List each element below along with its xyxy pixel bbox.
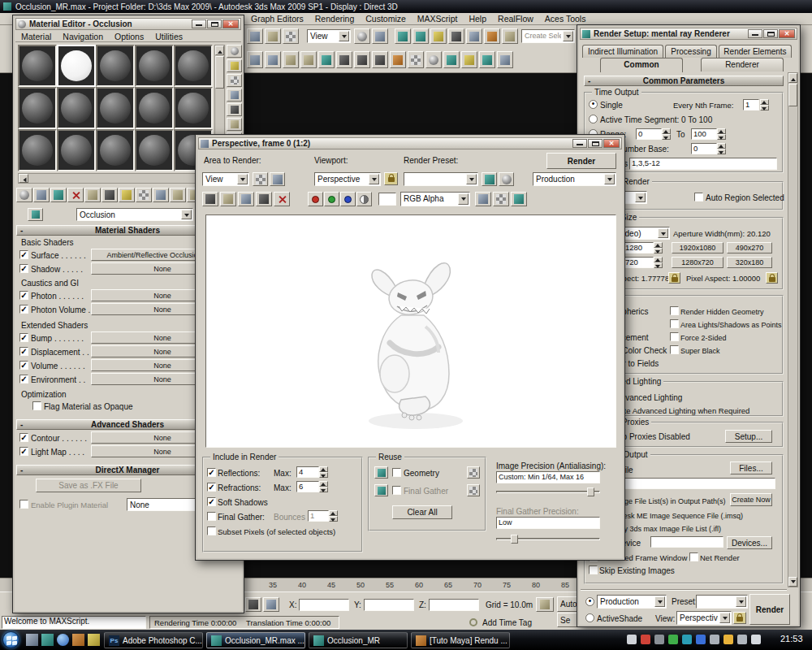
minimize-button[interactable]	[748, 29, 762, 38]
close-button[interactable]: ✕	[779, 29, 795, 38]
refractions-max-field[interactable]: 6	[296, 481, 319, 492]
snap-toggle-icon[interactable]	[395, 28, 411, 44]
refractions-max-spinner[interactable]	[319, 481, 328, 492]
get-material-icon[interactable]	[16, 188, 32, 202]
menu-graph-editors[interactable]: Graph Editors	[245, 13, 309, 24]
chevron-down-icon[interactable]	[466, 174, 477, 184]
go-to-parent-icon[interactable]	[170, 188, 186, 202]
volume-checkbox[interactable]: ✓	[19, 361, 28, 370]
area-to-render-dropdown[interactable]: View	[202, 172, 249, 186]
align-icon[interactable]	[484, 28, 500, 44]
close-button[interactable]: ✕	[222, 20, 239, 28]
device-field[interactable]	[650, 536, 723, 548]
chevron-down-icon[interactable]	[339, 31, 349, 41]
flag-opaque-checkbox[interactable]	[32, 401, 41, 410]
final-gather-checkbox[interactable]	[207, 512, 216, 521]
maximize-button[interactable]	[763, 29, 778, 38]
range-to-field[interactable]: 100	[691, 128, 717, 140]
edit-region-icon[interactable]	[253, 172, 268, 186]
range-to-spinner[interactable]	[717, 128, 726, 140]
preset-320x180-button[interactable]: 320x180	[727, 257, 772, 268]
file-number-base-field[interactable]: 0	[691, 143, 717, 154]
auto-region-icon[interactable]	[270, 172, 285, 186]
reuse-geometry-file-icon[interactable]	[467, 466, 480, 479]
menu-help[interactable]: Help	[463, 13, 492, 24]
width-spinner[interactable]	[654, 242, 663, 254]
z-coord-field[interactable]	[429, 599, 479, 611]
render-preset-dropdown[interactable]	[404, 172, 478, 186]
rendered-frame-titlebar[interactable]: Perspective, frame 0 (1:2) ✕	[198, 137, 622, 150]
minimize-button[interactable]	[572, 139, 587, 148]
surface-checkbox[interactable]: ✓	[19, 250, 28, 259]
undo-icon[interactable]	[247, 51, 263, 68]
material-slot[interactable]	[18, 87, 57, 129]
network-icon[interactable]	[737, 635, 747, 644]
green-channel-toggle[interactable]	[324, 192, 339, 206]
video-color-check-icon[interactable]	[227, 103, 242, 116]
photon-checkbox[interactable]: ✓	[19, 291, 28, 300]
viewport-lock-icon[interactable]	[384, 172, 398, 185]
scroll-left-icon[interactable]	[19, 174, 28, 183]
clear-image-icon[interactable]	[274, 192, 290, 206]
menu-customize[interactable]: Customize	[360, 13, 412, 24]
quick-render-icon[interactable]	[479, 51, 495, 68]
chevron-down-icon[interactable]	[369, 174, 379, 184]
switch-windows-icon[interactable]	[41, 634, 54, 646]
material-slot[interactable]	[135, 87, 174, 129]
channel-display-dropdown[interactable]: RGB Alpha	[400, 192, 470, 206]
tab-indirect-illumination[interactable]: Indirect Illumination	[582, 45, 663, 58]
reflections-max-field[interactable]: 4	[296, 466, 319, 478]
production-radio[interactable]: •	[585, 597, 594, 606]
material-slot[interactable]	[57, 87, 96, 129]
save-fx-file-button[interactable]: Save as .FX File	[36, 479, 141, 492]
material-slot[interactable]	[135, 45, 174, 87]
bounces-spinner[interactable]	[329, 510, 338, 522]
range-from-spinner[interactable]	[662, 128, 671, 140]
file-number-base-spinner[interactable]	[717, 143, 726, 154]
contour-checkbox[interactable]: ✓	[19, 433, 28, 442]
menu-material[interactable]: Material	[15, 31, 57, 42]
displacement-checkbox[interactable]: ✓	[19, 347, 28, 356]
net-render-checkbox[interactable]	[689, 552, 698, 561]
selection-lock-toggle[interactable]	[245, 597, 261, 612]
material-slot[interactable]	[96, 87, 135, 129]
snapshot-icon[interactable]	[493, 192, 509, 206]
image-aspect-lock-icon[interactable]	[668, 272, 680, 284]
layer-manager-icon[interactable]	[390, 51, 406, 68]
render-button[interactable]: Render	[546, 153, 616, 169]
width-field[interactable]: 1280	[623, 242, 654, 254]
force-2sided-checkbox[interactable]	[670, 332, 679, 341]
pick-material-eyedropper-icon[interactable]	[28, 208, 43, 221]
skip-existing-checkbox[interactable]	[589, 566, 598, 574]
refractions-checkbox[interactable]: ✓	[207, 483, 216, 492]
shadow-checkbox[interactable]: ✓	[19, 264, 28, 273]
chevron-down-icon[interactable]	[658, 228, 668, 238]
material-slot[interactable]	[174, 45, 213, 87]
move-icon[interactable]	[336, 51, 352, 68]
render-flyout-icon[interactable]	[497, 51, 513, 68]
close-button[interactable]: ✕	[603, 139, 620, 148]
bitmap-proxies-setup-button[interactable]: Setup...	[725, 430, 772, 443]
nth-frame-spinner[interactable]	[760, 99, 769, 110]
bind-spacewarp-icon[interactable]	[318, 51, 335, 68]
material-slot[interactable]	[96, 129, 135, 171]
reuse-final-gather-file-icon[interactable]	[467, 484, 480, 496]
super-black-checkbox[interactable]	[670, 345, 679, 354]
material-slot[interactable]	[174, 87, 213, 129]
photon-volume-checkbox[interactable]: ✓	[19, 305, 28, 314]
tray-status-icon-5[interactable]	[682, 635, 692, 644]
environment-dialog-icon[interactable]	[499, 172, 514, 186]
menu-rendering[interactable]: Rendering	[309, 13, 360, 24]
preset-1920x1080-button[interactable]: 1920x1080	[672, 242, 723, 254]
tray-status-icon-2[interactable]	[641, 635, 650, 644]
folder-icon[interactable]	[88, 634, 100, 646]
preset-490x270-button[interactable]: 490x270	[727, 242, 772, 254]
menu-realflow[interactable]: RealFlow	[492, 13, 539, 24]
chevron-down-icon[interactable]	[719, 613, 730, 623]
put-material-icon[interactable]	[33, 188, 50, 202]
reuse-geometry-checkbox[interactable]	[392, 468, 401, 477]
internet-explorer-icon[interactable]	[57, 634, 69, 646]
material-slot[interactable]	[57, 129, 96, 171]
reset-map-icon[interactable]	[67, 188, 84, 202]
schematic-view-icon[interactable]	[408, 51, 424, 68]
